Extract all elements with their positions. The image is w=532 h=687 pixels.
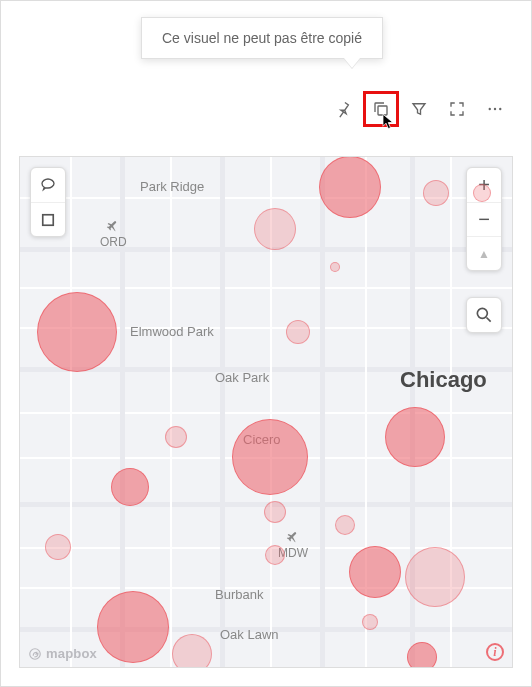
data-bubble[interactable] bbox=[407, 642, 437, 668]
zoom-out-button[interactable]: − bbox=[467, 202, 501, 236]
rectangle-select-button[interactable] bbox=[31, 202, 65, 236]
map-attribution: mapbox bbox=[28, 646, 97, 661]
data-bubble[interactable] bbox=[37, 292, 117, 372]
svg-rect-4 bbox=[43, 214, 54, 225]
place-label-park-ridge: Park Ridge bbox=[140, 179, 204, 194]
data-bubble[interactable] bbox=[286, 320, 310, 344]
data-bubble[interactable] bbox=[362, 614, 378, 630]
magnifier-icon bbox=[474, 305, 494, 325]
focus-mode-button[interactable] bbox=[439, 91, 475, 127]
data-bubble[interactable] bbox=[172, 634, 212, 668]
data-bubble[interactable] bbox=[264, 501, 286, 523]
data-bubble[interactable] bbox=[254, 208, 296, 250]
data-bubble[interactable] bbox=[405, 547, 465, 607]
mapbox-logo-icon bbox=[28, 647, 42, 661]
reset-bearing-button[interactable]: ▲ bbox=[467, 236, 501, 270]
compass-icon: ▲ bbox=[478, 247, 490, 261]
data-bubble[interactable] bbox=[319, 156, 381, 218]
data-bubble[interactable] bbox=[473, 184, 491, 202]
minus-icon: − bbox=[478, 208, 490, 231]
svg-point-2 bbox=[494, 108, 496, 110]
pin-button[interactable] bbox=[325, 91, 361, 127]
rectangle-icon bbox=[39, 211, 57, 229]
data-bubble[interactable] bbox=[423, 180, 449, 206]
copy-button[interactable] bbox=[363, 91, 399, 127]
data-bubble[interactable] bbox=[349, 546, 401, 598]
more-options-icon bbox=[486, 100, 504, 118]
svg-point-5 bbox=[477, 308, 487, 318]
map-selection-controls bbox=[30, 167, 66, 237]
focus-mode-icon bbox=[448, 100, 466, 118]
data-bubble[interactable] bbox=[330, 262, 340, 272]
visual-toolbar bbox=[325, 91, 513, 127]
data-bubble[interactable] bbox=[165, 426, 187, 448]
svg-point-3 bbox=[499, 108, 501, 110]
tooltip-text: Ce visuel ne peut pas être copié bbox=[162, 30, 362, 46]
data-bubble[interactable] bbox=[97, 591, 169, 663]
data-bubble[interactable] bbox=[265, 545, 285, 565]
data-bubble[interactable] bbox=[385, 407, 445, 467]
lasso-select-button[interactable] bbox=[31, 168, 65, 202]
data-bubble[interactable] bbox=[232, 419, 308, 495]
filter-button[interactable] bbox=[401, 91, 437, 127]
airplane-icon bbox=[286, 530, 300, 544]
data-bubble[interactable] bbox=[45, 534, 71, 560]
auto-zoom-button[interactable] bbox=[466, 297, 502, 333]
svg-point-1 bbox=[489, 108, 491, 110]
map-info-button[interactable]: i bbox=[486, 643, 504, 661]
cursor-icon bbox=[380, 112, 398, 130]
data-bubble[interactable] bbox=[111, 468, 149, 506]
info-icon: i bbox=[493, 645, 496, 660]
tooltip-copy-disabled: Ce visuel ne peut pas être copié bbox=[141, 17, 383, 59]
filter-icon bbox=[410, 100, 428, 118]
svg-point-6 bbox=[30, 648, 41, 659]
map-zoom-controls: + − ▲ bbox=[466, 167, 502, 271]
airplane-icon bbox=[106, 219, 120, 233]
more-options-button[interactable] bbox=[477, 91, 513, 127]
lasso-icon bbox=[39, 176, 57, 194]
map-canvas[interactable]: Chicago + − ▲ mapbox i Park Rid bbox=[19, 156, 513, 668]
data-bubble[interactable] bbox=[335, 515, 355, 535]
pin-icon bbox=[334, 100, 352, 118]
